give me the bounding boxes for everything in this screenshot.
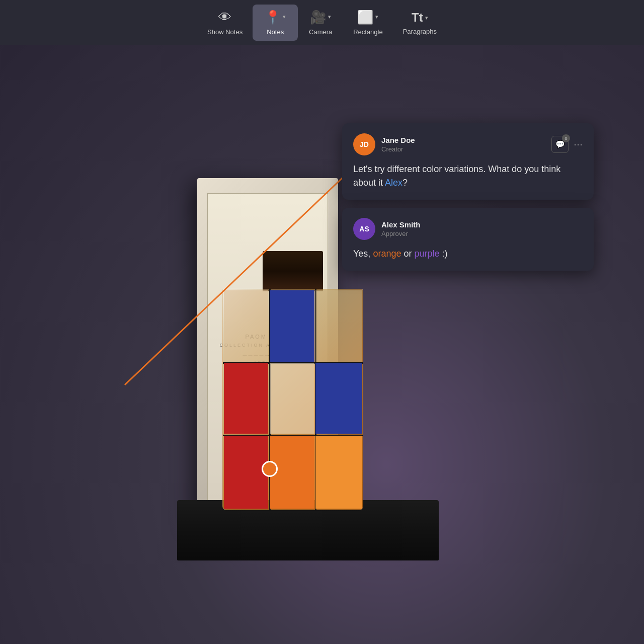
toolbar-item-paragraphs[interactable]: Tt ▾ Paragraphs (393, 6, 447, 40)
jane-role: Creator (381, 145, 545, 153)
notes-label: Notes (267, 28, 284, 36)
alex-orange-word: orange (373, 249, 401, 259)
notes-dropdown-arrow[interactable]: ▾ (283, 14, 286, 20)
alex-text-end: :) (440, 249, 448, 259)
toolbar: 👁 Show Notes 📍 ▾ Notes 🎥 ▾ Camera ⬜ ▾ Re… (0, 0, 644, 45)
pin-icon: 📍 (265, 10, 281, 25)
rectangle-icon: ⬜ (357, 10, 373, 25)
panel-mr (315, 363, 362, 434)
jane-text-after: ? (403, 178, 408, 188)
toolbar-item-rectangle[interactable]: ⬜ ▾ Rectangle (343, 5, 393, 41)
panel-tl (224, 290, 268, 362)
camera-icon: 🎥 (310, 10, 326, 25)
alex-purple-word: purple (414, 249, 439, 259)
jane-mention: Alex (385, 178, 403, 188)
comments-container: JD Jane Doe Creator 💬 0 ⋯ Let's try diff… (342, 123, 594, 271)
alex-text-start: Yes, (353, 249, 373, 259)
jane-text-before: Let's try different color variations. Wh… (353, 164, 560, 188)
comment-card-alex: AS Alex Smith Approver Yes, orange or pu… (342, 208, 594, 271)
canvas-area: PAOM RAMI COLLECTION ARTISAN NO.1 ——————… (0, 45, 644, 644)
jane-comment-text: Let's try different color variations. Wh… (353, 163, 583, 190)
toolbar-item-show-notes[interactable]: 👁 Show Notes (197, 5, 253, 41)
user-info-alex: Alex Smith Approver (381, 220, 583, 237)
rectangle-dropdown-arrow[interactable]: ▾ (375, 14, 378, 20)
user-info-jane: Jane Doe Creator (381, 136, 545, 153)
more-button-jane[interactable]: ⋯ (574, 139, 583, 150)
toolbar-item-camera[interactable]: 🎥 ▾ Camera (298, 5, 343, 41)
text-icon: Tt (412, 11, 423, 25)
panel-tm (270, 290, 315, 362)
alex-comment-text: Yes, orange or purple :) (353, 247, 583, 261)
paragraphs-dropdown-arrow[interactable]: ▾ (425, 15, 428, 21)
rectangle-with-arrow: ⬜ ▾ (357, 10, 378, 25)
panel-tr (315, 290, 362, 362)
eye-icon: 👁 (218, 10, 231, 25)
paragraphs-label: Paragraphs (403, 28, 437, 35)
alex-role: Approver (381, 230, 583, 237)
bottle-glass (222, 289, 363, 510)
bottle-cap (263, 251, 323, 291)
comment-header-jane: JD Jane Doe Creator 💬 0 ⋯ (353, 133, 583, 155)
panel-ml (224, 363, 268, 434)
panel-mm (270, 363, 315, 434)
jane-name: Jane Doe (381, 136, 545, 144)
jane-actions: 💬 0 ⋯ (551, 136, 583, 153)
comment-header-alex: AS Alex Smith Approver (353, 218, 583, 240)
reply-button-jane[interactable]: 💬 0 (551, 136, 569, 153)
annotation-dot[interactable] (262, 461, 278, 477)
paragraphs-with-arrow: Tt ▾ (412, 11, 428, 25)
show-notes-label: Show Notes (207, 28, 243, 36)
comment-card-jane: JD Jane Doe Creator 💬 0 ⋯ Let's try diff… (342, 123, 594, 200)
reply-count-jane: 0 (562, 134, 570, 142)
bottle-body (222, 259, 363, 510)
panel-br (315, 436, 362, 509)
camera-with-arrow: 🎥 ▾ (310, 10, 331, 25)
toolbar-item-notes[interactable]: 📍 ▾ Notes (253, 5, 298, 41)
avatar-alex: AS (353, 218, 375, 240)
panel-bl (224, 436, 268, 509)
rectangle-label: Rectangle (353, 28, 383, 36)
alex-text-mid: or (401, 249, 414, 259)
camera-label: Camera (309, 28, 332, 36)
camera-dropdown-arrow[interactable]: ▾ (328, 14, 331, 20)
avatar-jane: JD (353, 133, 375, 155)
notes-with-arrow: 📍 ▾ (265, 10, 286, 25)
alex-name: Alex Smith (381, 220, 583, 229)
